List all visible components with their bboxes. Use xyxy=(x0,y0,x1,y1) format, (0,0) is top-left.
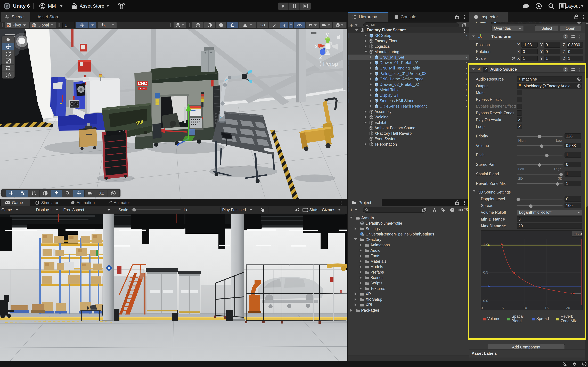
svg-text:0.5: 0.5 xyxy=(483,270,488,274)
svg-text:0.0: 0.0 xyxy=(483,299,488,303)
svg-text:⟨ Persp: ⟨ Persp xyxy=(319,60,338,67)
svg-text:15: 15 xyxy=(545,306,549,310)
svg-text:20: 20 xyxy=(566,306,570,310)
svg-text:Y: Y xyxy=(82,25,84,27)
svg-text:z: z xyxy=(319,53,322,60)
svg-text:y: y xyxy=(326,30,329,38)
svg-text:FTW: FTW xyxy=(140,87,145,90)
svg-text:0: 0 xyxy=(481,306,483,310)
svg-text:x: x xyxy=(315,43,318,50)
svg-text:CNC: CNC xyxy=(138,81,147,86)
svg-text:10: 10 xyxy=(523,306,527,310)
svg-text:1.0: 1.0 xyxy=(483,243,488,247)
svg-text:5: 5 xyxy=(502,306,504,310)
